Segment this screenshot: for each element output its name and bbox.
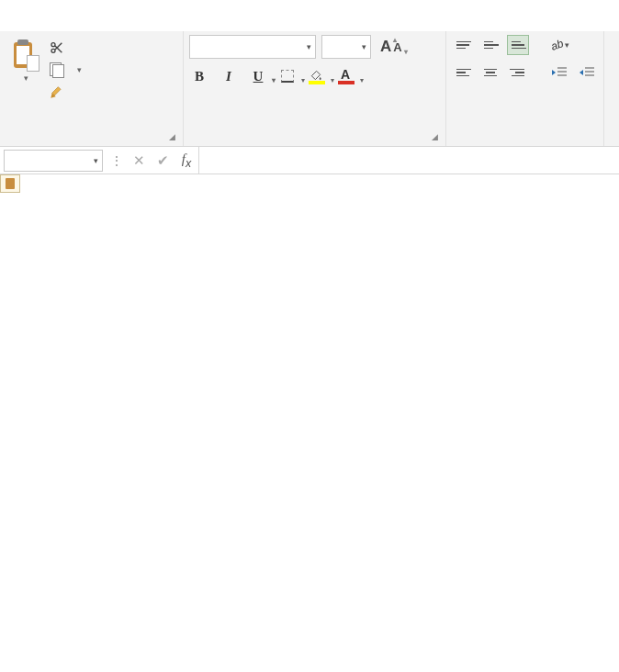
dialog-launcher-icon[interactable]: ◢: [169, 132, 180, 143]
enter-button[interactable]: ✔: [151, 150, 174, 172]
insert-function-button[interactable]: fx: [174, 150, 198, 172]
group-font: ▾ ▾ A A B I U▾ ▾: [184, 31, 446, 146]
underline-button[interactable]: U▾: [248, 66, 268, 86]
chevron-down-icon: ▾: [307, 42, 311, 51]
increase-font-button[interactable]: A: [380, 38, 391, 56]
chevron-down-icon[interactable]: ▾: [360, 76, 364, 84]
bold-button[interactable]: B: [189, 66, 209, 86]
fx-icon: fx: [182, 151, 191, 170]
paste-button[interactable]: ▾: [6, 35, 46, 141]
fill-color-button[interactable]: ▾: [307, 66, 327, 86]
ribbon-cutoff: [604, 31, 619, 146]
align-center-button[interactable]: [479, 62, 501, 83]
increase-indent-icon: [578, 66, 594, 79]
align-right-button[interactable]: [507, 62, 529, 83]
font-name-select[interactable]: ▾: [189, 35, 316, 59]
formula-bar: ▾ ⋮ ✕ ✔ fx: [0, 147, 619, 174]
name-box[interactable]: ▾: [4, 150, 103, 172]
align-middle-button[interactable]: [479, 35, 501, 55]
align-top-button[interactable]: [452, 35, 474, 55]
group-alignment: ab▾: [446, 31, 604, 146]
ribbon-tabs: [0, 0, 619, 31]
svg-point-0: [51, 43, 55, 47]
chevron-down-icon[interactable]: ▾: [272, 76, 276, 84]
chevron-down-icon[interactable]: ▾: [24, 73, 28, 83]
x-icon: ✕: [133, 152, 145, 169]
ribbon: ▾ ▾ ◢: [0, 31, 619, 147]
chevron-down-icon[interactable]: ▾: [77, 65, 82, 74]
chevron-down-icon: ▾: [565, 40, 569, 50]
font-size-select[interactable]: ▾: [321, 35, 371, 59]
group-label-font: [184, 141, 445, 146]
check-icon: ✔: [157, 152, 169, 169]
paste-icon: [12, 39, 39, 72]
scissors-icon: [50, 40, 64, 55]
brush-icon: [50, 84, 64, 99]
decrease-font-button[interactable]: A: [393, 40, 401, 54]
cut-button[interactable]: [46, 39, 85, 57]
align-left-button[interactable]: [452, 62, 474, 83]
align-bottom-button[interactable]: [507, 35, 529, 55]
dialog-launcher-icon[interactable]: ◢: [432, 132, 443, 143]
font-color-button[interactable]: A ▾: [336, 66, 356, 86]
group-clipboard: ▾ ▾ ◢: [0, 31, 184, 146]
svg-point-1: [51, 49, 55, 52]
italic-button[interactable]: I: [219, 66, 239, 86]
separator: ⋮: [107, 154, 127, 167]
copy-icon: [50, 62, 64, 77]
fill-icon: [309, 68, 325, 84]
decrease-indent-icon: [550, 66, 567, 79]
cancel-button[interactable]: ✕: [127, 150, 151, 172]
chevron-down-icon: ▾: [362, 42, 366, 51]
borders-button[interactable]: ▾: [277, 66, 298, 86]
borders-icon: [279, 68, 296, 84]
formula-input[interactable]: [198, 147, 619, 174]
group-label-alignment: [446, 141, 603, 146]
copy-button[interactable]: ▾: [46, 61, 85, 79]
font-color-icon: A: [338, 68, 355, 84]
format-painter-button[interactable]: [46, 83, 85, 101]
orientation-button[interactable]: ab▾: [547, 35, 573, 55]
paste-options-button[interactable]: [0, 174, 20, 193]
chevron-down-icon[interactable]: ▾: [331, 76, 334, 84]
increase-indent-button[interactable]: [575, 62, 597, 83]
chevron-down-icon: ▾: [94, 156, 98, 165]
chevron-down-icon[interactable]: ▾: [301, 76, 305, 84]
decrease-indent-button[interactable]: [547, 62, 569, 83]
group-label-clipboard: [0, 141, 183, 146]
